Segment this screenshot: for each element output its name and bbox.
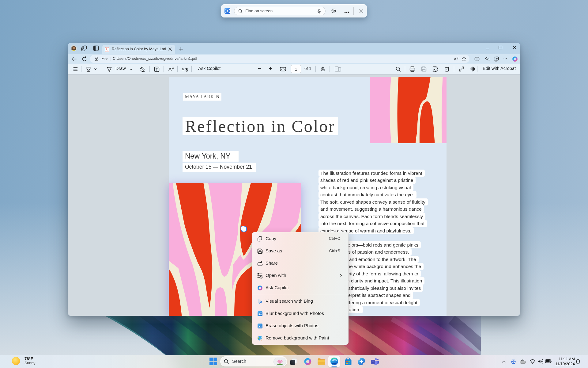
svg-text:A: A (168, 67, 172, 72)
svg-text:A: A (454, 57, 457, 61)
svg-text:a: a (182, 67, 184, 71)
